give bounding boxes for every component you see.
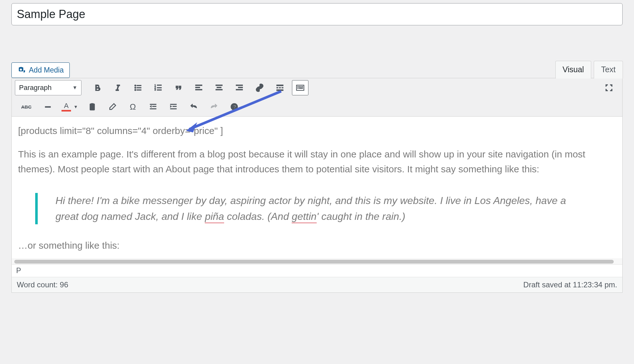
svg-rect-5 xyxy=(137,90,141,90)
draft-saved-status: Draft saved at 11:23:34 pm. xyxy=(523,280,617,289)
strikethrough-button[interactable]: ABC xyxy=(17,99,36,114)
toolbar-toggle-button[interactable] xyxy=(292,80,308,95)
svg-rect-31 xyxy=(298,88,298,88)
svg-point-2 xyxy=(135,87,136,89)
svg-rect-13 xyxy=(196,87,200,88)
blockquote-text: Hi there! I'm a bike messenger by day, a… xyxy=(55,193,616,224)
svg-text:3: 3 xyxy=(154,88,156,91)
svg-rect-24 xyxy=(282,87,283,88)
editor-container: Paragraph ▼ 123 xyxy=(11,78,623,293)
svg-rect-3 xyxy=(137,87,141,88)
svg-rect-39 xyxy=(173,106,177,107)
align-right-button[interactable] xyxy=(231,80,248,95)
link-button[interactable] xyxy=(251,80,268,95)
bold-button[interactable] xyxy=(89,80,106,95)
italic-button[interactable] xyxy=(109,80,126,95)
editor-content[interactable]: [products limit="8" columns="4" orderby=… xyxy=(12,117,622,259)
shortcode-text: [products limit="8" columns="4" orderby=… xyxy=(18,125,616,136)
chevron-down-icon: ▼ xyxy=(72,85,77,91)
redo-button[interactable] xyxy=(206,99,222,114)
add-media-button[interactable]: Add Media xyxy=(11,62,70,78)
bulleted-list-icon xyxy=(133,83,142,92)
indent-icon xyxy=(169,103,178,111)
svg-rect-37 xyxy=(150,108,156,109)
italic-icon xyxy=(113,83,122,92)
tab-visual[interactable]: Visual xyxy=(555,61,592,79)
redo-icon xyxy=(210,103,218,111)
horizontal-rule-icon xyxy=(44,103,52,111)
indent-button[interactable] xyxy=(165,99,182,114)
svg-rect-20 xyxy=(236,89,243,90)
special-character-button[interactable]: Ω xyxy=(125,99,141,114)
help-button[interactable]: ? xyxy=(226,99,243,114)
camera-note-icon xyxy=(17,66,26,74)
align-left-icon xyxy=(194,83,203,92)
text-color-dropdown[interactable]: ▼ xyxy=(72,104,80,109)
svg-rect-17 xyxy=(216,89,223,90)
content-paragraph: This is an example page. It's different … xyxy=(18,147,616,176)
blockquote-icon xyxy=(174,83,183,92)
align-right-icon xyxy=(235,83,244,92)
svg-rect-9 xyxy=(157,87,162,88)
text-color-icon: A xyxy=(60,102,73,112)
bulleted-list-button[interactable] xyxy=(130,80,146,95)
blockquote: Hi there! I'm a bike messenger by day, a… xyxy=(35,193,616,224)
help-icon: ? xyxy=(230,103,238,111)
read-more-button[interactable] xyxy=(272,80,288,95)
undo-button[interactable] xyxy=(185,99,202,114)
svg-rect-16 xyxy=(217,87,221,88)
align-left-button[interactable] xyxy=(191,80,207,95)
svg-rect-30 xyxy=(302,86,303,87)
svg-rect-21 xyxy=(277,85,283,86)
element-path[interactable]: P xyxy=(12,264,622,277)
horizontal-scrollbar[interactable] xyxy=(12,259,622,264)
svg-rect-33 xyxy=(45,106,50,107)
svg-rect-25 xyxy=(277,90,283,91)
svg-rect-15 xyxy=(216,85,223,86)
bold-icon xyxy=(93,83,102,92)
format-selected: Paragraph xyxy=(19,84,52,92)
svg-point-0 xyxy=(135,85,136,86)
svg-rect-40 xyxy=(170,108,177,109)
keyboard-icon xyxy=(296,83,305,92)
align-center-button[interactable] xyxy=(211,80,227,95)
post-title-input[interactable] xyxy=(11,3,623,25)
outdent-button[interactable] xyxy=(145,99,161,114)
svg-rect-38 xyxy=(170,104,177,105)
link-icon xyxy=(255,83,264,92)
horizontal-rule-button[interactable] xyxy=(40,99,56,114)
scrollbar-thumb[interactable] xyxy=(14,260,614,264)
fullscreen-icon xyxy=(605,83,613,92)
numbered-list-button[interactable]: 123 xyxy=(150,80,166,95)
numbered-list-icon: 123 xyxy=(154,83,163,92)
svg-rect-28 xyxy=(299,86,300,87)
svg-rect-22 xyxy=(277,87,278,88)
omega-icon: Ω xyxy=(130,102,136,112)
undo-icon xyxy=(190,103,198,111)
strikethrough-icon: ABC xyxy=(21,104,32,110)
svg-rect-23 xyxy=(279,87,281,88)
editor-toolbar: Paragraph ▼ 123 xyxy=(12,78,622,117)
outdent-icon xyxy=(149,103,157,111)
tab-text[interactable]: Text xyxy=(594,61,623,79)
clear-formatting-button[interactable] xyxy=(104,99,121,114)
blockquote-button[interactable] xyxy=(170,80,187,95)
text-color-button[interactable]: A xyxy=(60,99,73,114)
paste-as-text-button[interactable]: T xyxy=(84,99,100,114)
spellcheck-underline: piña xyxy=(205,211,224,223)
svg-rect-7 xyxy=(157,85,162,86)
svg-text:T: T xyxy=(91,105,94,109)
clipboard-text-icon: T xyxy=(88,103,96,111)
fullscreen-button[interactable] xyxy=(601,80,617,95)
svg-rect-11 xyxy=(157,90,162,90)
read-more-icon xyxy=(275,83,284,92)
svg-rect-32 xyxy=(299,88,303,88)
eraser-icon xyxy=(108,103,117,111)
svg-text:?: ? xyxy=(233,104,236,109)
svg-rect-12 xyxy=(196,85,202,86)
format-dropdown[interactable]: Paragraph ▼ xyxy=(15,80,81,95)
status-bar: Word count: 96 Draft saved at 11:23:34 p… xyxy=(12,277,622,292)
svg-rect-36 xyxy=(152,106,156,107)
word-count: Word count: 96 xyxy=(17,280,68,289)
svg-rect-27 xyxy=(298,86,298,87)
